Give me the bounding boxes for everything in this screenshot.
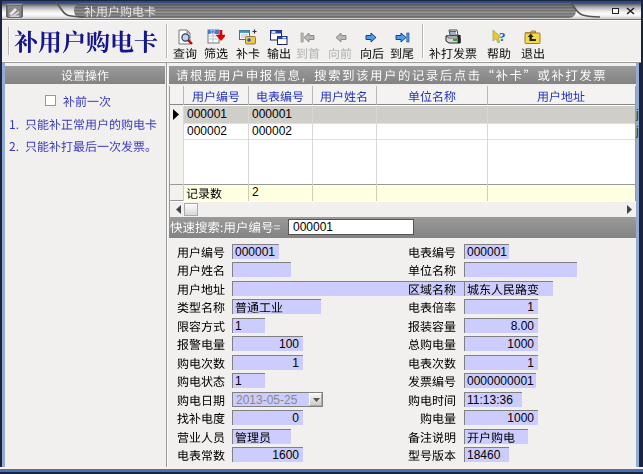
svg-text:?: ? [499, 29, 506, 44]
svg-text:12: 12 [210, 30, 216, 35]
